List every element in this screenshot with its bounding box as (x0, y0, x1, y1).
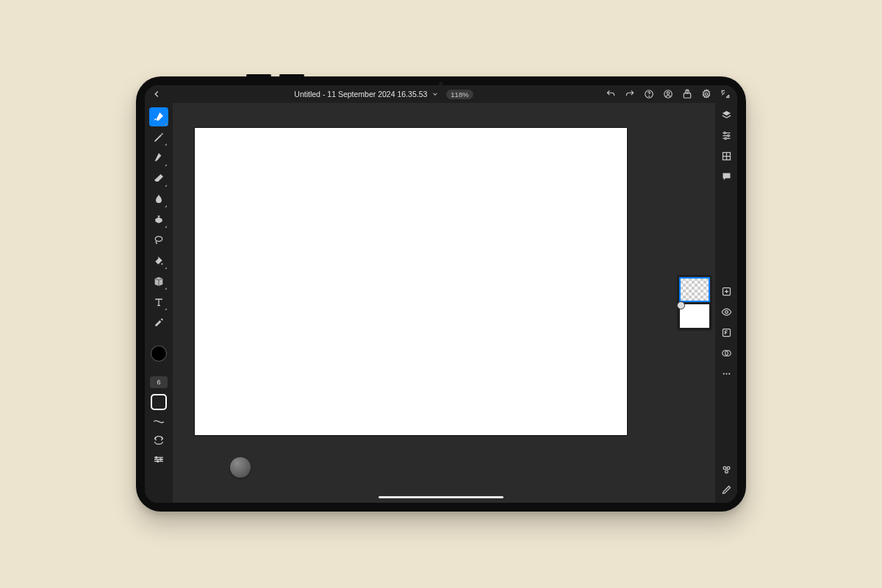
tool-gradient[interactable] (149, 272, 168, 291)
svg-point-11 (727, 135, 729, 137)
add-layer-icon[interactable] (720, 285, 732, 297)
canvas-area[interactable] (173, 103, 664, 503)
foreground-color[interactable] (151, 345, 167, 362)
svg-point-1 (649, 96, 650, 97)
tool-brush[interactable] (149, 107, 168, 126)
tool-lasso[interactable] (149, 231, 168, 250)
account-icon[interactable] (662, 88, 674, 100)
help-icon[interactable] (643, 88, 655, 100)
undo-icon[interactable] (605, 88, 617, 100)
layer-thumbnail[interactable] (680, 304, 709, 328)
layers-panel (677, 275, 712, 331)
svg-point-19 (723, 373, 724, 374)
chevron-down-icon[interactable] (431, 88, 439, 100)
layers-icon[interactable] (720, 109, 732, 121)
layer-badge-icon (677, 301, 685, 309)
side-strip (715, 103, 737, 503)
tool-pencil[interactable] (149, 128, 168, 147)
svg-point-5 (705, 93, 708, 96)
shape-preset[interactable] (151, 394, 167, 410)
tool-text[interactable] (149, 293, 168, 312)
svg-point-10 (723, 132, 725, 134)
tool-eyedropper[interactable] (149, 313, 168, 332)
transform-tool-icon[interactable] (149, 432, 168, 448)
home-indicator[interactable] (379, 496, 503, 498)
header-bar: Untitled - 11 September 2024 16.35.53 11… (145, 85, 737, 103)
svg-point-20 (725, 373, 727, 374)
redo-icon[interactable] (624, 88, 636, 100)
edit-icon[interactable] (720, 484, 732, 495)
sliders-icon[interactable] (720, 129, 732, 141)
svg-point-8 (160, 459, 162, 460)
adjustments-tool-icon[interactable] (149, 451, 168, 467)
gear-icon[interactable] (700, 88, 712, 100)
fullscreen-icon[interactable] (720, 88, 731, 100)
tool-clone[interactable] (149, 210, 168, 229)
right-column (664, 103, 737, 503)
back-icon[interactable] (151, 88, 162, 100)
grid-icon[interactable] (720, 150, 732, 162)
tool-pen[interactable] (149, 148, 168, 168)
comment-icon[interactable] (720, 171, 732, 182)
fx-icon[interactable] (720, 326, 732, 338)
zoom-level[interactable]: 118% (446, 90, 473, 99)
hardware-button (279, 74, 304, 76)
svg-point-7 (156, 456, 157, 458)
share-icon[interactable] (681, 88, 693, 100)
svg-point-23 (727, 466, 730, 469)
tablet-frame: Untitled - 11 September 2024 16.35.53 11… (136, 76, 746, 512)
svg-point-6 (155, 237, 162, 242)
tool-eraser[interactable] (149, 169, 168, 188)
svg-point-15 (725, 310, 728, 313)
svg-point-3 (667, 92, 670, 95)
touch-shortcut-button[interactable] (230, 457, 251, 478)
tool-smudge[interactable] (149, 190, 168, 209)
symmetry-icon[interactable] (720, 463, 732, 475)
layer-thumbnail[interactable] (680, 278, 709, 301)
hardware-button (246, 74, 271, 76)
tool-strip: 6 (145, 103, 173, 503)
brush-size[interactable]: 6 (150, 376, 168, 388)
svg-point-24 (725, 470, 728, 473)
app-screen: Untitled - 11 September 2024 16.35.53 11… (145, 85, 737, 503)
document-title[interactable]: Untitled - 11 September 2024 16.35.53 (294, 90, 427, 98)
svg-point-12 (725, 137, 727, 140)
svg-point-9 (157, 461, 159, 462)
svg-point-21 (728, 373, 730, 374)
more-icon[interactable] (720, 368, 732, 379)
canvas[interactable] (195, 128, 627, 435)
visibility-icon[interactable] (720, 306, 732, 318)
curve-tool-icon[interactable] (149, 413, 168, 429)
mask-icon[interactable] (720, 347, 732, 359)
svg-point-22 (723, 466, 726, 469)
tool-fill[interactable] (149, 251, 168, 270)
